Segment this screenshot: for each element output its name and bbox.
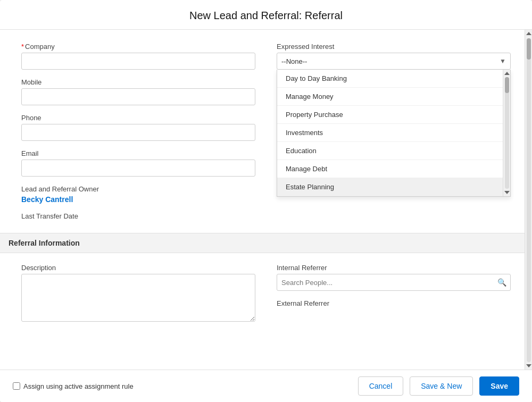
mobile-field-group: Mobile xyxy=(21,78,255,105)
dropdown-selected-value: --None-- xyxy=(281,57,307,65)
dropdown-item-4[interactable]: Education xyxy=(277,142,510,160)
internal-referrer-search-wrapper: 🔍 xyxy=(277,274,511,291)
assignment-rule-label[interactable]: Assign using active assignment rule xyxy=(13,382,352,390)
referral-form-row: Description Internal Referrer 🔍 External… xyxy=(21,264,511,332)
last-transfer-label: Last Transfer Date xyxy=(21,212,255,220)
modal-body: *Company Mobile Phone Email L xyxy=(0,30,532,370)
phone-field-group: Phone xyxy=(21,114,255,141)
description-label: Description xyxy=(21,264,255,272)
main-form-row: *Company Mobile Phone Email L xyxy=(21,43,511,222)
dropdown-arrow-icon: ▼ xyxy=(500,57,506,65)
dropdown-scrollbar-track xyxy=(505,77,509,189)
modal-header: New Lead and Referral: Referral xyxy=(0,0,532,30)
company-label: *Company xyxy=(21,43,255,51)
internal-referrer-input[interactable] xyxy=(277,274,511,291)
dropdown-scroll-down[interactable] xyxy=(504,191,510,194)
expressed-interest-dropdown-container: --None-- ▼ Day to Day BankingManage Mone… xyxy=(277,53,511,70)
phone-input[interactable] xyxy=(21,124,255,141)
referral-section-header: Referral Information xyxy=(0,233,532,253)
description-textarea[interactable] xyxy=(21,274,255,322)
owner-value[interactable]: Becky Cantrell xyxy=(21,195,255,204)
last-transfer-group: Last Transfer Date xyxy=(21,212,255,220)
internal-referrer-label: Internal Referrer xyxy=(277,264,511,272)
dropdown-scroll-up[interactable] xyxy=(504,72,510,75)
save-new-button[interactable]: Save & New xyxy=(410,376,473,396)
mobile-label: Mobile xyxy=(21,78,255,86)
left-column: *Company Mobile Phone Email L xyxy=(21,43,255,222)
dropdown-item-0[interactable]: Day to Day Banking xyxy=(277,70,510,88)
scroll-up-arrow[interactable] xyxy=(526,32,531,35)
company-input[interactable] xyxy=(21,53,255,70)
referrer-column: Internal Referrer 🔍 External Referrer xyxy=(277,264,511,332)
email-field-group: Email xyxy=(21,149,255,177)
right-column: Expressed Interest --None-- ▼ Day to Day… xyxy=(277,43,511,222)
email-input[interactable] xyxy=(21,160,255,177)
dropdown-item-1[interactable]: Manage Money xyxy=(277,88,510,106)
modal-container: New Lead and Referral: Referral *Company… xyxy=(0,0,532,402)
page-scrollbar[interactable] xyxy=(525,30,532,370)
owner-label: Lead and Referral Owner xyxy=(21,185,255,193)
external-referrer-field-group: External Referrer xyxy=(277,299,511,307)
company-required-star: * xyxy=(21,43,24,51)
dropdown-item-5[interactable]: Manage Debt xyxy=(277,160,510,178)
scroll-down-arrow[interactable] xyxy=(526,364,531,367)
dropdown-item-6[interactable]: Estate Planning xyxy=(277,178,510,196)
assignment-rule-checkbox[interactable] xyxy=(13,382,20,390)
cancel-button[interactable]: Cancel xyxy=(358,376,404,396)
dropdown-items-container: Day to Day BankingManage MoneyProperty P… xyxy=(277,70,510,196)
save-button[interactable]: Save xyxy=(479,376,519,396)
modal-footer: Assign using active assignment rule Canc… xyxy=(0,370,532,402)
expressed-interest-dropdown[interactable]: --None-- ▼ xyxy=(277,53,511,70)
owner-group: Lead and Referral Owner Becky Cantrell xyxy=(21,185,255,204)
company-field-group: *Company xyxy=(21,43,255,70)
search-icon: 🔍 xyxy=(497,278,506,287)
phone-label: Phone xyxy=(21,114,255,122)
expressed-interest-label: Expressed Interest xyxy=(277,43,511,51)
dropdown-list: Day to Day BankingManage MoneyProperty P… xyxy=(277,70,511,197)
modal-title: New Lead and Referral: Referral xyxy=(13,10,519,22)
external-referrer-label: External Referrer xyxy=(277,299,511,307)
dropdown-scrollbar-thumb[interactable] xyxy=(505,77,509,93)
dropdown-item-3[interactable]: Investments xyxy=(277,124,510,142)
expressed-interest-group: Expressed Interest --None-- ▼ Day to Day… xyxy=(277,43,511,70)
description-field-group: Description xyxy=(21,264,255,324)
mobile-input[interactable] xyxy=(21,88,255,105)
dropdown-item-2[interactable]: Property Purchase xyxy=(277,106,510,124)
internal-referrer-field-group: Internal Referrer 🔍 xyxy=(277,264,511,291)
scroll-track xyxy=(527,38,531,362)
scroll-thumb[interactable] xyxy=(527,38,531,60)
description-column: Description xyxy=(21,264,255,332)
email-label: Email xyxy=(21,149,255,157)
